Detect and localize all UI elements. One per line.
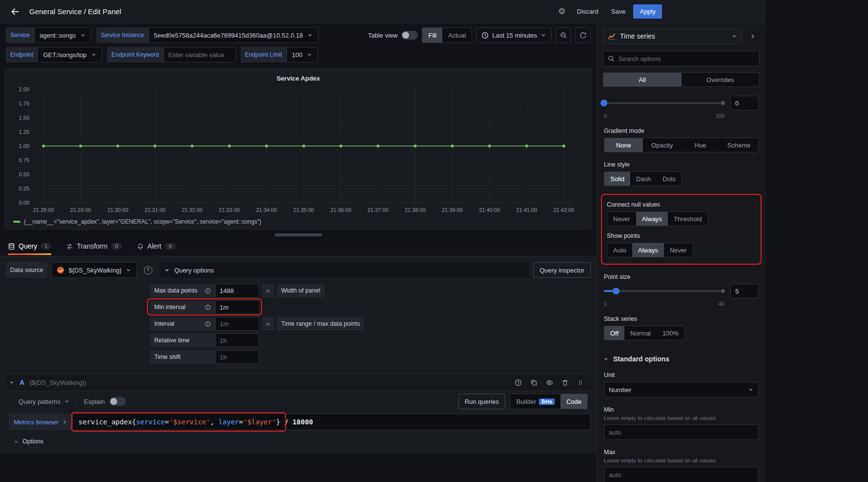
chevron-down-icon xyxy=(9,379,15,385)
save-button[interactable]: Save xyxy=(606,5,631,18)
endpoint-limit-select[interactable]: 100 xyxy=(287,47,318,63)
delete-query-button[interactable] xyxy=(558,375,572,390)
question-icon: ? xyxy=(144,266,152,274)
service-select[interactable]: agent::songs xyxy=(34,27,91,43)
refresh-button[interactable] xyxy=(575,27,591,43)
chevron-down-icon xyxy=(307,32,313,38)
stack-off[interactable]: Off xyxy=(604,326,624,340)
service-instance-select[interactable]: 5eed0e5758a244aca6e7699415d360aa@10.52.0… xyxy=(148,27,318,43)
svg-text:2.00: 2.00 xyxy=(19,86,29,92)
stack-normal[interactable]: Normal xyxy=(624,326,657,340)
gradient-none[interactable]: None xyxy=(604,138,643,152)
editor-tabs: Query 1 Transform 0 Alert 0 xyxy=(0,237,597,255)
time-range-picker[interactable]: Last 15 minutes xyxy=(476,27,552,43)
min-input[interactable] xyxy=(604,424,759,440)
stack-series-field: Stack series Off Normal 100% xyxy=(603,315,760,340)
gradient-hue[interactable]: Hue xyxy=(682,138,720,152)
line-dash[interactable]: Dash xyxy=(630,172,657,186)
query-options-toggle[interactable]: Query options xyxy=(159,262,529,278)
visualization-picker[interactable]: Time series xyxy=(603,28,742,44)
unit-select[interactable]: Number xyxy=(604,382,759,398)
builder-code-group: Builder Beta Code xyxy=(510,394,588,409)
datasource-help-button[interactable]: ? xyxy=(141,263,155,277)
explain-toggle[interactable] xyxy=(109,397,126,406)
gradient-opacity[interactable]: Opacity xyxy=(643,138,682,152)
promql-editor[interactable]: service_apdex{service='$service', layer=… xyxy=(72,414,591,430)
panel-settings-button[interactable]: ⚙ xyxy=(555,4,569,19)
standard-options-header[interactable]: Standard options xyxy=(603,355,760,363)
points-auto[interactable]: Auto xyxy=(607,243,632,257)
chevron-down-icon xyxy=(91,52,97,58)
datasource-row: Data source ${DS_SkyWalking} ? Query opt… xyxy=(6,262,591,278)
chart-legend[interactable]: {__name__="service_apdex", layer="GENERA… xyxy=(10,217,586,228)
chevron-down-icon xyxy=(14,439,19,444)
fill-opacity-slider[interactable] xyxy=(604,102,724,104)
connect-null-values-field: Connect null values Never Always Thresho… xyxy=(606,201,757,226)
max-input[interactable] xyxy=(604,467,759,482)
min-interval-input[interactable] xyxy=(215,300,259,314)
line-dots[interactable]: Dots xyxy=(657,172,682,186)
time-shift-row: Time shift xyxy=(150,350,591,364)
apdex-line-chart: 0.000.250.500.751.001.251.501.752.0021:2… xyxy=(10,84,586,217)
builder-option[interactable]: Builder Beta xyxy=(511,394,560,409)
tab-transform[interactable]: Transform 0 xyxy=(66,237,122,255)
panel-resize-handle[interactable] xyxy=(275,233,322,236)
hide-query-button[interactable] xyxy=(542,375,557,390)
zoom-out-button[interactable] xyxy=(556,27,571,43)
discard-button[interactable]: Discard xyxy=(572,5,603,18)
options-search-input[interactable] xyxy=(619,55,755,63)
min-interval-row: Min interval xyxy=(150,300,259,314)
tab-all[interactable]: All xyxy=(603,73,682,86)
apply-button[interactable]: Apply xyxy=(633,4,662,19)
point-size-value[interactable]: 5 xyxy=(730,284,759,298)
slider-handle[interactable] xyxy=(600,100,607,106)
query-expression-row: Metrics browser service_apdex{service='$… xyxy=(9,414,591,430)
annotation-connect-show-highlight: Connect null values Never Always Thresho… xyxy=(601,194,762,265)
interval-input[interactable] xyxy=(215,317,259,331)
run-queries-button[interactable]: Run queries xyxy=(458,394,505,409)
query-inspector-button[interactable]: Query inspector xyxy=(533,262,591,278)
duplicate-query-button[interactable] xyxy=(526,375,541,390)
collapse-pane-button[interactable] xyxy=(745,29,760,43)
points-always[interactable]: Always xyxy=(632,243,664,257)
chevron-down-icon xyxy=(80,32,86,38)
tab-alert[interactable]: Alert 0 xyxy=(137,237,176,255)
nulls-always[interactable]: Always xyxy=(636,212,668,226)
gradient-mode-field: Gradient mode None Opacity Hue Scheme xyxy=(603,127,760,152)
refresh-icon xyxy=(579,32,587,39)
line-solid[interactable]: Solid xyxy=(604,172,630,186)
endpoint-select[interactable]: GET:/songs/top xyxy=(38,47,102,63)
drag-handle[interactable] xyxy=(573,375,588,390)
time-shift-input[interactable] xyxy=(215,350,259,364)
svg-text:0.25: 0.25 xyxy=(19,186,29,191)
service-value: agent::songs xyxy=(40,32,76,39)
code-option[interactable]: Code xyxy=(560,394,587,409)
endpoint-keyword-input[interactable] xyxy=(164,47,236,63)
nulls-threshold[interactable]: Threshold xyxy=(668,212,708,226)
query-options-footer[interactable]: Options xyxy=(14,438,591,445)
max-data-points-input[interactable] xyxy=(215,284,259,297)
query-patterns-button[interactable]: Query patterns xyxy=(19,398,70,405)
datasource-picker[interactable]: ${DS_SkyWalking} xyxy=(51,262,137,278)
gradient-scheme[interactable]: Scheme xyxy=(720,138,758,152)
stack-100[interactable]: 100% xyxy=(657,326,684,340)
point-size-slider[interactable] xyxy=(604,290,724,292)
query-history-button[interactable] xyxy=(511,375,525,390)
tab-query[interactable]: Query 1 xyxy=(8,237,51,255)
fill-option[interactable]: Fill xyxy=(422,28,442,42)
chevron-down-icon xyxy=(748,387,754,393)
nulls-never[interactable]: Never xyxy=(607,212,636,226)
slider-handle[interactable] xyxy=(613,288,620,294)
query-row-header[interactable]: A (${DS_SkyWalking}) xyxy=(6,374,591,391)
back-button[interactable] xyxy=(7,3,23,20)
history-icon xyxy=(515,379,522,386)
actual-option[interactable]: Actual xyxy=(442,28,472,42)
tab-overrides[interactable]: Overrides xyxy=(682,73,760,86)
metrics-browser-button[interactable]: Metrics browser xyxy=(9,414,72,430)
chart-plot-area[interactable]: 0.000.250.500.751.001.251.501.752.0021:2… xyxy=(10,84,586,217)
slider-endcap xyxy=(721,101,725,105)
points-never[interactable]: Never xyxy=(664,243,693,257)
relative-time-input[interactable] xyxy=(215,334,259,347)
table-view-toggle[interactable] xyxy=(401,31,418,40)
fill-opacity-value[interactable]: 0 xyxy=(730,96,759,110)
